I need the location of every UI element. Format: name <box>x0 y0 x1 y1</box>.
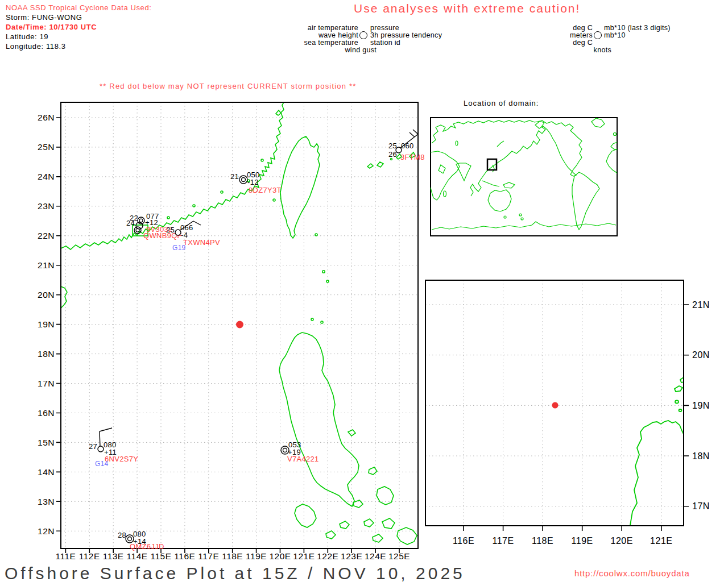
zoom-coastlines <box>630 377 684 525</box>
y-tick-label: 12N <box>38 526 55 536</box>
zoom-y-tick-label: 21N <box>692 300 710 310</box>
station-tendency: -12 <box>247 178 259 186</box>
y-tick-label: 16N <box>38 408 55 418</box>
x-tick-label: 123E <box>341 551 362 561</box>
x-tick-label: 113E <box>103 551 124 561</box>
zoom-x-tick-label: 118E <box>532 536 553 546</box>
zoom-x-labels: 116E 117E 118E 119E 120E 121E <box>453 536 673 546</box>
islands-visayas <box>326 518 417 544</box>
zoom-graticule-vertical <box>464 280 661 526</box>
islet-ryukyu <box>276 110 415 168</box>
station-pressure: 060 <box>401 142 414 150</box>
coast-indonesia <box>482 181 499 186</box>
x-tick-label: 124E <box>365 551 386 561</box>
station-air-temp: 28 <box>118 531 126 539</box>
coast-luzon-nw <box>630 421 684 525</box>
x-tick-label: 116E <box>174 551 195 561</box>
station-air-temp: 25 <box>166 226 175 234</box>
zoom-x-ticks <box>464 526 661 531</box>
coast-africa-right <box>606 149 617 173</box>
zoom-inset-map: 116E 117E 118E 119E 120E 121E 21N 20N 19… <box>425 280 710 546</box>
y-tick-label: 26N <box>38 113 55 122</box>
island-nz <box>521 218 523 220</box>
islet <box>311 318 313 321</box>
x-tick-label: 111E <box>55 551 76 561</box>
islet <box>322 271 325 273</box>
plot-title: Offshore Surface Plot at 15Z / NOV 10, 2… <box>5 564 465 582</box>
zoom-y-tick-label: 18N <box>692 451 710 461</box>
x-tick-label: 114E <box>127 551 148 561</box>
graticule-vertical <box>65 102 399 548</box>
domain-inset-frame <box>431 118 617 236</box>
world-coastlines <box>431 118 617 230</box>
storm-position-dot <box>236 321 243 329</box>
y-axis-labels: 26N 25N 24N 23N 22N 21N 20N 19N 18N 17N … <box>38 113 55 535</box>
station-circle <box>98 446 104 452</box>
station-gust: G14 <box>95 460 109 468</box>
coast-north-america <box>535 120 582 176</box>
y-tick-label: 13N <box>38 497 55 506</box>
station-circle <box>126 535 134 543</box>
island-polillo <box>348 430 355 436</box>
zoom-x-tick-label: 119E <box>572 536 593 546</box>
y-axis-ticks <box>56 118 61 531</box>
station-QMZ6JJD: 28 080 +14 QMZ6JJD <box>118 530 164 551</box>
island-catanduanes <box>369 467 377 475</box>
island-uk <box>614 133 617 136</box>
x-tick-label: 120E <box>269 551 291 561</box>
station-id: 6NV2S7Y <box>105 455 138 463</box>
domain-inset-map <box>431 118 617 236</box>
island-tasmania <box>504 216 506 218</box>
zoom-x-tick-label: 116E <box>453 536 474 546</box>
x-axis-labels: 111E 112E 113E 114E 115E 116E 117E 118E … <box>55 551 410 561</box>
zoom-x-tick-label: 120E <box>611 536 633 546</box>
x-tick-label: 122E <box>317 551 338 561</box>
x-tick-label: 119E <box>246 551 267 561</box>
y-tick-label: 14N <box>38 467 55 477</box>
islet <box>221 191 223 193</box>
coast-india <box>456 163 471 181</box>
storm-position-dot <box>552 402 559 409</box>
y-tick-label: 21N <box>38 260 55 270</box>
zoom-x-tick-label: 117E <box>493 536 514 546</box>
islet-zoom <box>679 409 682 411</box>
y-tick-label: 20N <box>38 290 55 300</box>
lake-caspian <box>456 141 458 146</box>
coast-africa-left <box>431 151 460 200</box>
station-8DZ7Y3T: 21 050 -12 8DZ7Y3T <box>230 171 282 194</box>
zoom-y-tick-label: 17N <box>692 501 710 511</box>
station-V7A4221: 053 +19 V7A4221 <box>281 440 319 463</box>
main-map: 111E 112E 113E 114E 115E 116E 117E 118E … <box>38 102 425 561</box>
island-luzon <box>279 332 359 506</box>
x-tick-label: 121E <box>293 551 315 561</box>
island-samar <box>377 487 394 505</box>
islet <box>193 205 195 207</box>
y-tick-label: 18N <box>38 349 55 359</box>
x-tick-label: 117E <box>198 551 219 561</box>
station-tendency: +12 <box>145 218 158 227</box>
source-url[interactable]: http://coolwx.com/buoydata <box>574 568 690 578</box>
station-id: V7A4221 <box>287 455 319 463</box>
y-tick-label: 23N <box>38 201 55 211</box>
y-tick-label: 19N <box>38 319 55 329</box>
islet-zoom <box>675 401 679 404</box>
offshore-surface-plot-page: NOAA SSD Tropical Cyclone Data Used: Sto… <box>0 0 728 582</box>
station-sea-temp: 26 <box>388 150 397 159</box>
coast-europe-right <box>611 142 617 150</box>
x-tick-label: 125E <box>388 551 410 561</box>
island-mindoro <box>295 504 316 527</box>
station-air-temp: 25 <box>388 142 397 150</box>
islet <box>273 199 275 201</box>
x-tick-label: 115E <box>150 551 171 561</box>
y-tick-label: 15N <box>38 438 55 447</box>
station-id: QMZ6JJD <box>130 542 164 551</box>
islet <box>167 217 169 219</box>
islet-zoom <box>675 386 682 392</box>
island-newguinea <box>503 182 515 188</box>
zoom-x-tick-label: 121E <box>650 536 672 546</box>
plot-graphics: 111E 112E 113E 114E 115E 116E 117E 118E … <box>0 0 728 582</box>
zoom-y-labels: 21N 20N 19N 18N 17N <box>692 300 710 512</box>
station-id: TXWN4PV <box>183 238 220 247</box>
island-greenland <box>592 118 605 127</box>
station-circle <box>134 227 141 234</box>
